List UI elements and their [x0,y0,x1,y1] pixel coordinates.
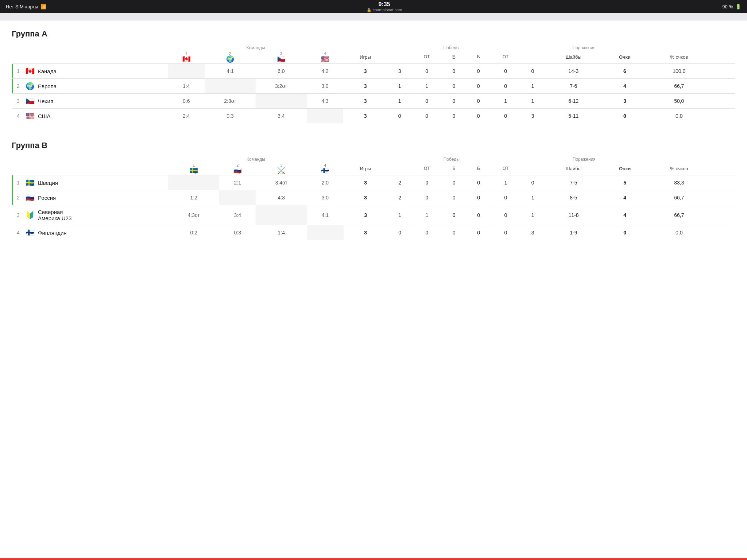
rank-spacer-a [12,44,23,50]
wins-cell: 0 [387,225,412,240]
score-cell [256,94,307,109]
wins-label-b: Победы [412,156,491,162]
wins-cell: 0 [412,109,441,124]
rank-cell: 4 [13,109,23,124]
rank-cell: 2 [13,79,23,94]
shaybы-cell: 8-5 [545,190,602,205]
team-col-1-a: 1 🇨🇦 [168,50,205,64]
wins-cell: 0 [442,175,466,190]
status-left: Нет SIM-карты 📶 [6,4,46,9]
losses-cell: 1 [520,94,545,109]
battery-label: 90 % [722,4,733,9]
losses-cell: 0 [491,190,520,205]
group-b-table-wrapper: Команды Победы Поражения [12,156,735,240]
igry-cell: 3 [343,109,387,124]
team-name: Швеция [38,180,58,186]
igry-cell: 3 [344,225,388,240]
team-flag: 🇨🇿 [25,97,35,105]
wins-cell: 1 [387,94,412,109]
wins-ot-col-b: ОТ [412,162,442,175]
score-cell: 3:4 [219,205,256,225]
igry-spacer-a [343,44,387,50]
team-col-2-b: 2 🇷🇺 [219,162,256,175]
group-b-header-row1: Команды Победы Поражения [12,156,735,162]
ochki-cell: 4 [602,205,648,225]
score-cell: 4:3 [307,94,343,109]
rank-cell: 1 [13,175,23,190]
score-cell: 3:0 [307,79,343,94]
rank-cell: 1 [13,64,23,79]
score-cell [256,205,307,225]
losses-cell: 0 [491,205,520,225]
group-a-section: Группа А Команды Победы [12,29,735,123]
team-flag: 🇺🇸 [25,112,35,120]
browser-bar [0,13,747,20]
score-cell: 0:3 [219,225,256,240]
wins-cell: 0 [442,109,466,124]
igry-cell: 3 [343,94,387,109]
team-col-1-b: 1 🇸🇪 [168,162,219,175]
carrier-label: Нет SIM-карты [6,4,38,9]
team-name: Европа [38,83,57,89]
wins-b-col-b [387,162,412,175]
score-cell: 0:2 [168,225,219,240]
team-cell: 🔰СевернаяАмерика U23 [23,205,168,225]
loss-b-col-a: Б [466,50,491,64]
team-flag: 🇷🇺 [25,194,35,201]
wins-cell: 0 [442,64,466,79]
shaybы-cell: 6-12 [545,94,602,109]
group-a-header-row1: Команды Победы Поражения [12,44,735,50]
group-a-title: Группа А [12,29,735,39]
rank-spacer-b [12,156,23,162]
score-cell: 1:4 [168,79,205,94]
score-cell: 3:4 [256,109,307,124]
team-flag: 🌍 [25,82,35,90]
bracket-spacer-b [387,156,412,162]
team-name: Чехия [38,98,53,104]
wins-cell: 0 [412,175,442,190]
shaybы-cell: 14-3 [545,64,602,79]
wins-cell: 3 [387,64,412,79]
shaybы-cell: 7-6 [545,79,602,94]
main-content: Группа А Команды Победы [0,20,747,560]
loss-ot-col-a: ОТ [491,50,520,64]
igry-col-b: Игры [344,162,388,175]
wins-cell: 0 [442,205,466,225]
group-b-header-row2: 1 🇸🇪 2 🇷🇺 3 ⚔️ 4 🇫� [12,162,735,175]
losses-cell: 1 [520,79,545,94]
losses-cell: 1 [520,205,545,225]
table-row: 1🇸🇪Швеция2:13:4от2:032000107-5583,3 [12,175,735,190]
ochki-cell: 5 [602,175,648,190]
score-cell: 2:1 [219,175,256,190]
wins-label-a: Победы [412,44,491,50]
lock-icon: 🔒 [367,8,372,12]
pct-cell: 0,0 [648,109,711,124]
ochki-cell: 4 [602,79,647,94]
team-flag: 🇫🇮 [25,229,35,236]
shaybы-cell: 5-11 [545,109,602,124]
team-col-4-b: 4 🇫🇮 [307,162,343,175]
pct-cell: 0,0 [648,225,711,240]
losses-cell: 0 [466,64,491,79]
team-cell: 🇫🇮Финляндия [23,225,168,240]
bracket-spacer-a [387,44,412,50]
losses-cell: 0 [466,175,491,190]
score-cell: 0:6 [168,94,205,109]
score-cell [219,190,256,205]
shaybы-cell: 7-5 [545,175,602,190]
wins-cell: 0 [412,64,441,79]
shaybы-cell: 1-9 [545,225,602,240]
group-a-header-row2: 1 🇨🇦 2 🌍 3 🇨🇿 4 🇺� [12,50,735,64]
team-cell: 🌍Европа [23,79,168,94]
losses-cell: 1 [491,94,520,109]
pct-cell: 66,7 [648,79,711,94]
pct-cell: 50,0 [648,94,711,109]
score-cell: 4:3от [168,205,219,225]
team-cell: 🇸🇪Швеция [23,175,168,190]
time-display: 9:35 [367,1,402,8]
losses-cell: 0 [466,190,491,205]
wins-cell: 0 [442,79,466,94]
wins-cell: 1 [387,79,412,94]
team-name-spacer-b [23,162,168,175]
score-cell [307,109,343,124]
